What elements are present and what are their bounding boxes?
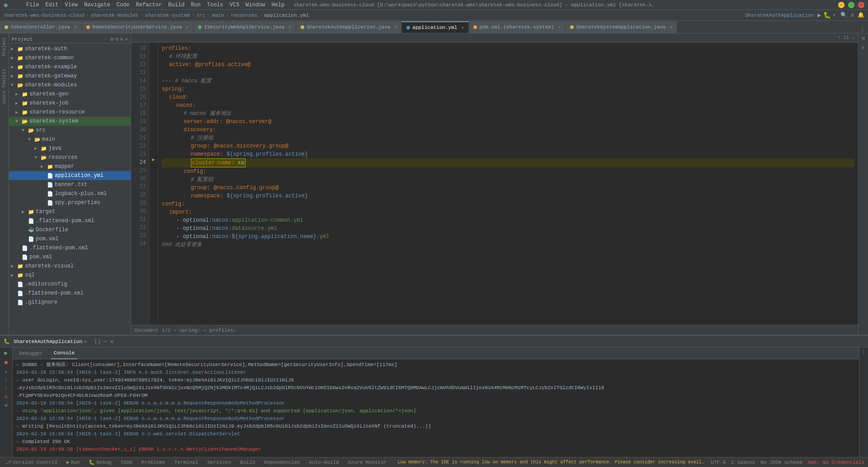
step-into-button[interactable]: ↓ bbox=[5, 377, 8, 383]
debug-button[interactable]: 🐛 bbox=[823, 11, 831, 19]
tree-icon-settings[interactable]: ⚙ bbox=[120, 36, 123, 42]
tree-item-sharetek-auth[interactable]: ▶ 📁 sharetek-auth bbox=[9, 44, 131, 53]
step-out-button[interactable]: ↑ bbox=[5, 386, 8, 391]
dependencies-btn[interactable]: Dependencies bbox=[262, 460, 302, 465]
close-button[interactable]: ✕ bbox=[858, 2, 864, 8]
debug-status-btn[interactable]: 🐛 Debug bbox=[87, 459, 113, 465]
menu-bar[interactable]: File Edit View Navigate Code Refactor Bu… bbox=[26, 2, 285, 8]
tab-console[interactable]: Console bbox=[51, 348, 77, 359]
stop-button[interactable]: ■ bbox=[5, 359, 8, 366]
breadcrumb-item-0[interactable]: sharetek-wms-business-cloud bbox=[4, 13, 84, 18]
maximize-button[interactable]: □ bbox=[848, 2, 854, 8]
tab-remotesecurityuserservice[interactable]: RemoteSecurityUserService.java ✕ bbox=[82, 21, 193, 33]
tab-application-yml[interactable]: application.yml ✕ bbox=[402, 21, 469, 33]
tree-icon-expand[interactable]: ⊞ bbox=[111, 36, 114, 42]
tab-close[interactable]: ✕ bbox=[394, 24, 397, 30]
tree-item-target[interactable]: ▶ 📁 target bbox=[9, 207, 131, 216]
menu-code[interactable]: Code bbox=[117, 2, 130, 8]
tree-item-editorconfig[interactable]: 📄 .editorconfig bbox=[9, 280, 131, 289]
tree-item-sharetek-job[interactable]: ▶ 📁 sharetek-job bbox=[9, 99, 131, 108]
tree-item-main[interactable]: ▼ 📂 main bbox=[9, 135, 131, 144]
run-status-btn[interactable]: ▶ Run bbox=[65, 459, 81, 465]
tab-close[interactable]: ✕ bbox=[74, 24, 77, 30]
debug-tab-session[interactable]: SharetekAuthApplication ✕ bbox=[14, 339, 87, 344]
tree-item-spy-properties[interactable]: 📄 spy.properties bbox=[9, 198, 131, 207]
tree-item-application-yml[interactable]: 📄 application.yml bbox=[9, 171, 131, 180]
resume-button[interactable]: ▶ bbox=[5, 349, 8, 357]
menu-run[interactable]: Run bbox=[191, 2, 201, 8]
azure-monitor-btn[interactable]: Azure Monitor bbox=[346, 460, 389, 465]
tree-item-src[interactable]: ▼ 📂 src bbox=[9, 126, 131, 135]
debug-session-close[interactable]: ✕ bbox=[84, 339, 87, 344]
menu-help[interactable]: Help bbox=[272, 2, 285, 8]
tree-header-icons[interactable]: ⊞ ⊟ ⚙ ✕ bbox=[111, 36, 128, 42]
auto-build-btn[interactable]: Auto-build bbox=[307, 460, 341, 465]
breadcrumb-item-3[interactable]: src bbox=[197, 13, 206, 18]
menu-vcs[interactable]: VCS bbox=[230, 2, 240, 8]
tree-item-sharetek-system[interactable]: ▼ 📂 sharetek-system bbox=[9, 117, 131, 126]
tree-item-sharetek-gen[interactable]: ▶ 📁 sharetek-gen bbox=[9, 90, 131, 99]
right-sidebar-maven[interactable]: M bbox=[861, 35, 866, 43]
menu-window[interactable]: Window bbox=[245, 2, 265, 8]
tree-item-sharetek-common[interactable]: ▶ 📁 sharetek-common bbox=[9, 53, 131, 62]
menu-view[interactable]: View bbox=[65, 2, 78, 8]
tab-close[interactable]: ✕ bbox=[288, 24, 291, 30]
debug-right-icon[interactable]: ⟩ bbox=[862, 349, 865, 355]
menu-navigate[interactable]: Navigate bbox=[84, 2, 110, 8]
tree-item-banner-txt[interactable]: 📄 banner.txt bbox=[9, 180, 131, 189]
tab-close[interactable]: ✕ bbox=[186, 24, 189, 30]
debug-minimize-button[interactable]: ─ bbox=[104, 338, 108, 345]
tree-item-resources[interactable]: ▼ 📂 resources bbox=[9, 153, 131, 162]
tree-item-sharetek-visual[interactable]: ▶ 📁 sharetek-visual bbox=[9, 262, 131, 271]
tree-item-sharetek-resource[interactable]: ▶ 📁 sharetek-resource bbox=[9, 108, 131, 117]
tree-item-mapper[interactable]: ▶ 📁 mapper bbox=[9, 162, 131, 171]
debug-expand-button[interactable]: ⟨⟩ bbox=[94, 338, 101, 345]
tree-icon-close[interactable]: ✕ bbox=[125, 36, 128, 42]
version-control-btn[interactable]: ⎇ Version Control bbox=[4, 459, 59, 465]
sidebar-label-azure[interactable]: Azure Toolkit bbox=[2, 67, 7, 106]
tree-item-flattened-pom-modules[interactable]: 📄 .flattened-pom.xml bbox=[9, 243, 131, 253]
menu-refactor[interactable]: Refactor bbox=[136, 2, 162, 8]
code-content[interactable]: 10111213 14151617 18192021 222324 252627… bbox=[131, 43, 858, 325]
minimize-button[interactable]: ─ bbox=[838, 2, 844, 8]
tree-item-sql[interactable]: ▶ 📁 sql bbox=[9, 271, 131, 280]
tab-shareretksystemapplication[interactable]: SharetekSystemApplication.java ✕ bbox=[566, 21, 677, 33]
debug-close-button[interactable]: ✕ bbox=[110, 338, 113, 345]
json-schema-label[interactable]: No JSON schema bbox=[760, 460, 802, 465]
sidebar-label-project[interactable]: Project bbox=[2, 35, 7, 58]
notification-button[interactable]: 🔔 bbox=[858, 12, 864, 19]
search-everywhere[interactable]: 🔍 bbox=[840, 12, 847, 19]
tab-debugger[interactable]: Debugger bbox=[16, 348, 46, 359]
tree-item-gitignore[interactable]: 📄 .gitignore bbox=[9, 298, 131, 307]
aws-label[interactable]: AWS: No Credentials bbox=[808, 460, 864, 465]
tree-item-logback-xml[interactable]: 📄 logback-plus.xml bbox=[9, 189, 131, 198]
tree-item-sharetek-gateway[interactable]: ▶ 📁 sharetek-gateway bbox=[9, 71, 131, 81]
menu-build[interactable]: Build bbox=[168, 2, 184, 8]
tab-pom-xml[interactable]: pom.xml (sharetek-system) ✕ bbox=[469, 21, 566, 33]
tab-isecuritywebapiservice[interactable]: ISecurityWebApiService.java ✕ bbox=[193, 21, 296, 33]
tree-item-flattened-pom[interactable]: 📄 .flattened-pom.xml bbox=[9, 216, 131, 225]
line-sep-label[interactable]: 2 spaces bbox=[731, 460, 755, 465]
tree-item-sharetek-modules[interactable]: ▼ 📂 sharetek-modules bbox=[9, 81, 131, 90]
terminal-btn[interactable]: Terminal bbox=[173, 460, 200, 465]
menu-tools[interactable]: Tools bbox=[207, 2, 223, 8]
code-lines[interactable]: profiles: # 环境配置 active: @profiles.activ… bbox=[158, 43, 858, 325]
debug-sub-tabs[interactable]: Debugger Console bbox=[13, 348, 859, 359]
encoding-label[interactable]: UTF-8 bbox=[711, 460, 726, 465]
breadcrumb-item-1[interactable]: sharetek-modules bbox=[91, 13, 139, 18]
tab-close[interactable]: ✕ bbox=[670, 24, 672, 30]
run-controls[interactable]: SharetekAuthApplication ▶ 🐛 ▾ 🔍 ⚙ 🔔 bbox=[745, 11, 864, 19]
tree-item-pom-modules[interactable]: 📄 pom.xml bbox=[9, 253, 131, 262]
run-button[interactable]: ▶ bbox=[817, 11, 821, 19]
menu-edit[interactable]: Edit bbox=[45, 2, 58, 8]
step-over-button[interactable]: ↷ bbox=[3, 370, 9, 373]
breadcrumb-item-5[interactable]: resources bbox=[231, 13, 257, 18]
tree-item-java[interactable]: ▶ 📁 java bbox=[9, 144, 131, 153]
run-dropdown[interactable]: ▾ bbox=[833, 12, 836, 19]
tab-close[interactable]: ✕ bbox=[461, 25, 464, 30]
mute-breakpoints[interactable]: ⊘ bbox=[5, 394, 8, 400]
build-btn[interactable]: Build bbox=[238, 460, 257, 465]
tab-sharetelauthaplication[interactable]: SharetekAuthApplication.java ✕ bbox=[296, 21, 402, 33]
right-sidebar-structure[interactable]: ≡ bbox=[861, 44, 866, 52]
breadcrumb-item-2[interactable]: sharetek-system bbox=[145, 13, 190, 18]
